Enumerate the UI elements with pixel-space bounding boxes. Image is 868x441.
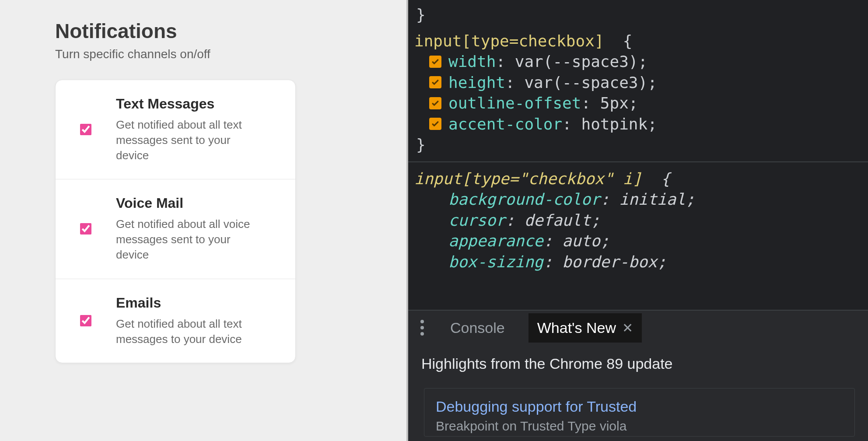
declaration[interactable]: background-color: initial; [414,189,868,210]
css-property[interactable]: width [448,51,496,72]
checkbox-text-messages[interactable] [80,124,91,135]
declaration[interactable]: accent-color: hotpink; [414,114,868,135]
whats-new-headline: Highlights from the Chrome 89 update [421,355,855,372]
tab-whats-new[interactable]: What's New ✕ [528,313,642,343]
row-title: Text Messages [116,96,282,112]
declaration[interactable]: outline-offset: 5px; [414,93,868,114]
css-property[interactable]: height [448,72,505,93]
drawer-body: Highlights from the Chrome 89 update Deb… [408,345,868,441]
css-value[interactable]: default [524,210,591,231]
kebab-menu-icon[interactable] [418,318,427,337]
css-property[interactable]: outline-offset [448,93,581,114]
css-value[interactable]: var(--space3) [515,51,638,72]
whats-new-item[interactable]: Debugging support for Trusted Breakpoint… [424,388,855,437]
styles-pane[interactable]: } input[type=checkbox] { width: var(--sp… [408,0,868,310]
notification-row-text-messages: Text Messages Get notified about all tex… [56,80,295,179]
declaration[interactable]: width: var(--space3); [414,51,868,72]
property-toggle-icon[interactable] [429,76,441,88]
css-value[interactable]: initial [619,189,686,210]
property-toggle-icon[interactable] [429,97,441,109]
page-title: Notifications [55,19,351,43]
css-property[interactable]: background-color [448,189,600,210]
css-property[interactable]: cursor [448,210,505,231]
property-toggle-icon[interactable] [429,118,441,130]
tab-label: What's New [537,319,616,336]
css-value[interactable]: border-box [562,252,657,273]
devtools-panel: } input[type=checkbox] { width: var(--sp… [408,0,868,441]
close-icon[interactable]: ✕ [622,320,633,336]
row-title: Voice Mail [116,195,282,211]
whats-new-subtext: Breakpoint on Trusted Type viola [436,419,843,434]
row-desc: Get notified about all text messages to … [116,316,256,347]
css-value[interactable]: 5px [600,93,629,114]
css-property[interactable]: box-sizing [448,252,543,273]
declaration[interactable]: box-sizing: border-box; [414,252,868,273]
checkbox-voice-mail[interactable] [80,223,91,234]
notification-card: Text Messages Get notified about all tex… [55,80,296,363]
rule-separator [408,161,868,162]
brace-close: } [414,6,426,24]
selector[interactable]: input[type="checkbox" i] [414,170,642,188]
checkbox-emails[interactable] [80,315,91,326]
css-value[interactable]: hotpink [581,114,648,135]
property-toggle-icon[interactable] [429,56,441,68]
devtools-drawer: Console What's New ✕ Highlights from the… [408,310,868,441]
drawer-tabstrip: Console What's New ✕ [408,311,868,345]
css-rule-checkbox: input[type=checkbox] { width: var(--spac… [414,31,868,155]
brace-open: { [661,170,671,188]
rendered-page: Notifications Turn specific channels on/… [0,0,408,441]
css-rule-ua-checkbox: input[type="checkbox" i] { background-co… [414,168,868,273]
declaration[interactable]: height: var(--space3); [414,72,868,93]
css-property[interactable]: appearance [448,231,543,252]
whats-new-link[interactable]: Debugging support for Trusted [436,398,843,415]
selector[interactable]: input[type=checkbox] [414,32,604,50]
declaration[interactable]: appearance: auto; [414,231,868,252]
css-value[interactable]: auto [562,231,600,252]
brace-close: } [414,136,426,154]
notification-row-voice-mail: Voice Mail Get notified about all voice … [56,179,295,279]
row-title: Emails [116,295,282,311]
brace-open: { [623,32,633,50]
row-desc: Get notified about all text messages sen… [116,117,256,163]
declaration[interactable]: cursor: default; [414,210,868,231]
css-rule-prev-close: } [414,4,868,25]
row-desc: Get notified about all voice messages se… [116,217,256,262]
page-subtitle: Turn specific channels on/off [55,47,351,61]
css-value[interactable]: var(--space3) [524,72,648,93]
notification-row-emails: Emails Get notified about all text messa… [56,279,295,363]
css-property[interactable]: accent-color [448,114,562,135]
tab-console[interactable]: Console [441,313,514,343]
